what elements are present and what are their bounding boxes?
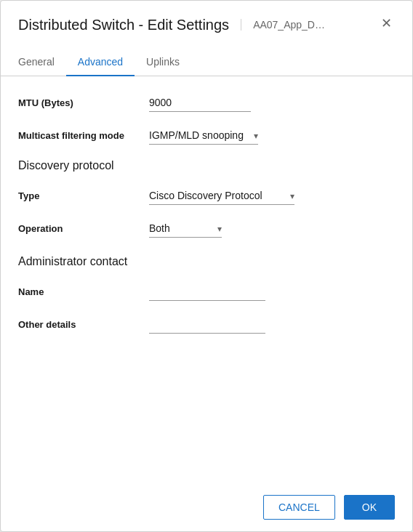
admin-section-title: Administrator contact [18, 255, 395, 268]
title-row: Distributed Switch - Edit Settings AA07_… [18, 15, 369, 34]
cancel-button[interactable]: CANCEL [263, 495, 335, 520]
multicast-select[interactable]: IGMP/MLD snooping Basic [149, 126, 258, 145]
tab-uplinks[interactable]: Uplinks [135, 49, 191, 76]
other-details-input[interactable] [149, 315, 265, 334]
ok-button[interactable]: OK [344, 495, 395, 520]
modal-title: Distributed Switch - Edit Settings [18, 15, 229, 34]
discovery-section-title: Discovery protocol [18, 159, 395, 172]
type-control: Cisco Discovery Protocol Link Layer Disc… [149, 187, 395, 205]
operation-control: Both Listen Advertise [149, 219, 395, 238]
modal-header: Distributed Switch - Edit Settings AA07_… [1, 1, 412, 34]
modal-body: MTU (Bytes) Multicast filtering mode IGM… [1, 76, 412, 483]
type-select-wrapper: Cisco Discovery Protocol Link Layer Disc… [149, 187, 294, 205]
mtu-label: MTU (Bytes) [18, 97, 149, 108]
other-details-group: Other details [18, 315, 395, 334]
header-left: Distributed Switch - Edit Settings AA07_… [18, 15, 369, 34]
mtu-input[interactable] [149, 94, 251, 112]
multicast-control: IGMP/MLD snooping Basic [149, 126, 395, 145]
operation-label: Operation [18, 223, 149, 234]
name-label: Name [18, 286, 149, 297]
operation-select[interactable]: Both Listen Advertise [149, 219, 222, 238]
modal-subtitle: AA07_App_D… [241, 19, 325, 31]
type-group: Type Cisco Discovery Protocol Link Layer… [18, 187, 395, 205]
multicast-select-wrapper: IGMP/MLD snooping Basic [149, 126, 258, 145]
mtu-control [149, 94, 395, 112]
multicast-label: Multicast filtering mode [18, 130, 149, 141]
tab-advanced[interactable]: Advanced [66, 49, 135, 76]
modal-container: Distributed Switch - Edit Settings AA07_… [0, 0, 413, 532]
type-select[interactable]: Cisco Discovery Protocol Link Layer Disc… [149, 187, 294, 205]
operation-select-wrapper: Both Listen Advertise [149, 219, 222, 238]
name-input[interactable] [149, 283, 265, 301]
mtu-group: MTU (Bytes) [18, 94, 395, 112]
other-details-control [149, 315, 395, 334]
tab-general[interactable]: General [18, 49, 66, 76]
discovery-section: Discovery protocol Type Cisco Discovery … [18, 159, 395, 238]
other-details-label: Other details [18, 319, 149, 330]
admin-section: Administrator contact Name Other details [18, 255, 395, 334]
tabs-bar: General Advanced Uplinks [1, 49, 412, 76]
name-control [149, 283, 395, 301]
name-group: Name [18, 283, 395, 301]
type-label: Type [18, 190, 149, 201]
operation-group: Operation Both Listen Advertise [18, 219, 395, 238]
close-button[interactable]: ✕ [378, 14, 395, 33]
modal-footer: CANCEL OK [1, 483, 412, 531]
multicast-group: Multicast filtering mode IGMP/MLD snoopi… [18, 126, 395, 145]
